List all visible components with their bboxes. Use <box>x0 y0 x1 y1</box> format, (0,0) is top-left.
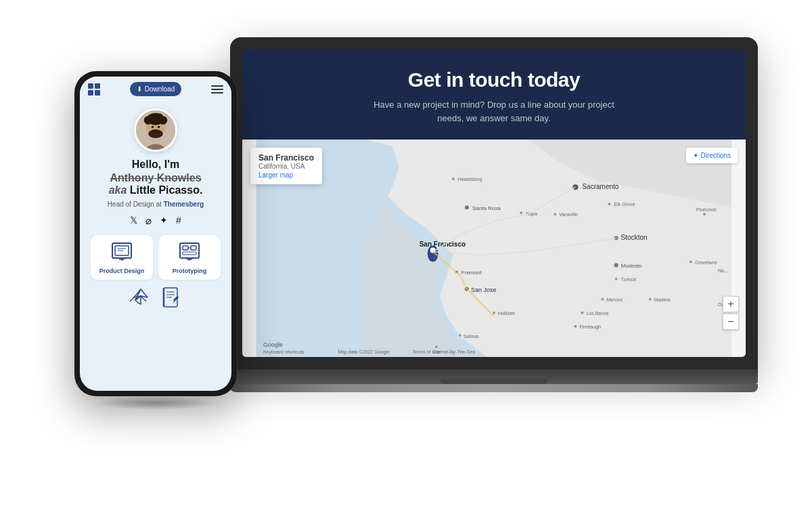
svg-point-44 <box>459 334 461 337</box>
svg-text:Turlock: Turlock <box>621 277 637 282</box>
svg-text:Modesto: Modesto <box>621 263 642 269</box>
skill-card-product-design[interactable]: Product Design <box>91 235 153 280</box>
product-design-label: Product Design <box>99 268 145 274</box>
svg-text:Merced: Merced <box>607 297 623 302</box>
laptop-header: Get in touch today Have a new project in… <box>242 49 746 140</box>
svg-point-65 <box>148 129 163 138</box>
map-larger-link[interactable]: Larger map <box>258 171 314 179</box>
svg-text:Hollister: Hollister <box>498 311 516 316</box>
svg-text:Fremont: Fremont <box>461 270 482 276</box>
laptop-stand <box>230 384 758 392</box>
phone-name-strikethrough: Anthony Knowles <box>110 172 201 184</box>
phone-logo <box>88 83 100 96</box>
directions-icon: ✦ <box>693 152 698 159</box>
svg-point-12 <box>520 211 522 214</box>
svg-line-91 <box>173 301 175 303</box>
svg-point-14 <box>608 203 611 205</box>
svg-point-48 <box>703 213 706 215</box>
svg-rect-74 <box>180 243 199 258</box>
svg-point-67 <box>158 126 160 129</box>
svg-rect-76 <box>191 246 196 250</box>
svg-point-66 <box>152 126 154 129</box>
download-button[interactable]: ⬇ Download <box>130 82 181 96</box>
svg-text:Salinas: Salinas <box>464 334 480 339</box>
website-icon[interactable]: ✦ <box>160 215 168 227</box>
svg-point-34 <box>581 312 583 314</box>
phone-nickname: Little Picasso. <box>130 184 203 196</box>
zoom-in-button[interactable]: + <box>723 296 739 312</box>
svg-text:Elk Grove: Elk Grove <box>614 202 635 207</box>
map-popup-subtitle: California, USA <box>258 163 314 170</box>
phone-greeting: Hello, I'm <box>132 158 179 171</box>
svg-point-16 <box>554 213 556 215</box>
svg-text:Stockton: Stockton <box>621 234 648 241</box>
logo-grid-icon <box>88 83 100 96</box>
phone-role: Head of Design at Themesberg <box>108 200 204 208</box>
download-label: Download <box>145 85 175 93</box>
zoom-out-button[interactable]: − <box>723 314 739 330</box>
prototyping-icon <box>177 240 202 265</box>
laptop-body: Get in touch today Have a new project in… <box>230 37 758 369</box>
svg-point-38 <box>690 261 692 263</box>
svg-text:Map data ©2022 Google: Map data ©2022 Google <box>338 350 390 355</box>
download-icon: ⬇ <box>137 85 142 93</box>
svg-text:Healdsburg: Healdsburg <box>458 177 482 182</box>
svg-point-32 <box>601 298 604 301</box>
map-container: Sacramento Santa Rosa Healdsburg Napa <box>242 140 746 357</box>
company-name: Themesberg <box>164 200 204 208</box>
directions-button[interactable]: ✦ Directions <box>686 148 738 163</box>
svg-point-36 <box>649 298 652 301</box>
svg-text:Firebaugh: Firebaugh <box>579 324 601 330</box>
svg-text:Madera: Madera <box>654 297 671 302</box>
skill-card-prototyping[interactable]: Prototyping <box>158 235 221 280</box>
svg-text:Keyboard shortcuts: Keyboard shortcuts <box>263 350 304 355</box>
social-links: 𝕏 ⌀ ✦ # <box>130 215 181 227</box>
phone-content: Hello, I'm Anthony Knowles aka Little Pi… <box>80 102 231 391</box>
skills-grid: Product Design <box>91 235 221 280</box>
svg-text:Terms of Use: Terms of Use <box>413 350 441 354</box>
svg-text:San Francisco: San Francisco <box>420 240 466 248</box>
laptop-base <box>230 369 758 384</box>
phone-aka-nickname: aka Little Picasso. <box>109 184 203 196</box>
svg-point-8 <box>465 205 469 209</box>
svg-text:Google: Google <box>263 341 283 348</box>
avatar-image <box>136 110 175 150</box>
svg-point-64 <box>152 113 160 121</box>
svg-text:Groveland: Groveland <box>695 260 717 265</box>
svg-text:Los Banos: Los Banos <box>586 311 609 316</box>
svg-point-10 <box>452 177 455 180</box>
prototyping-label: Prototyping <box>173 268 207 274</box>
slack-icon[interactable]: # <box>176 215 181 227</box>
laptop-device: Get in touch today Have a new project in… <box>230 37 758 389</box>
product-design-icon <box>110 240 134 265</box>
svg-line-85 <box>130 297 134 301</box>
laptop-map: Sacramento Santa Rosa Healdsburg Napa <box>242 140 746 357</box>
svg-text:Santa Rosa: Santa Rosa <box>472 205 501 211</box>
svg-text:Vacaville: Vacaville <box>559 212 578 217</box>
github-icon[interactable]: ⌀ <box>145 215 152 227</box>
role-text: Head of Design <box>108 200 154 208</box>
laptop-screen: Get in touch today Have a new project in… <box>242 49 746 357</box>
map-popup-title: San Francisco <box>258 153 314 163</box>
svg-text:Sacramento: Sacramento <box>582 183 618 190</box>
svg-rect-75 <box>183 246 188 250</box>
illustration-icon[interactable] <box>129 285 153 310</box>
svg-rect-78 <box>183 252 196 255</box>
svg-point-46 <box>435 345 438 348</box>
svg-text:Na...: Na... <box>718 268 728 273</box>
scene: Get in touch today Have a new project in… <box>34 17 778 491</box>
notes-icon[interactable] <box>158 285 183 310</box>
svg-point-42 <box>574 325 577 328</box>
laptop-page-subtitle: Have a new project in mind? Drop us a li… <box>365 98 623 125</box>
svg-point-26 <box>614 263 618 268</box>
hamburger-menu-icon[interactable] <box>211 85 223 93</box>
phone-shadow <box>95 396 217 410</box>
aka-word: aka <box>109 184 127 196</box>
skills-row-2 <box>91 285 221 310</box>
phone: ⬇ Download <box>74 71 237 396</box>
directions-label: Directions <box>701 152 731 159</box>
phone-body: ⬇ Download <box>74 71 237 396</box>
map-zoom-controls: + − <box>723 296 739 330</box>
twitter-icon[interactable]: 𝕏 <box>130 215 137 227</box>
role-preposition: at <box>156 200 162 208</box>
